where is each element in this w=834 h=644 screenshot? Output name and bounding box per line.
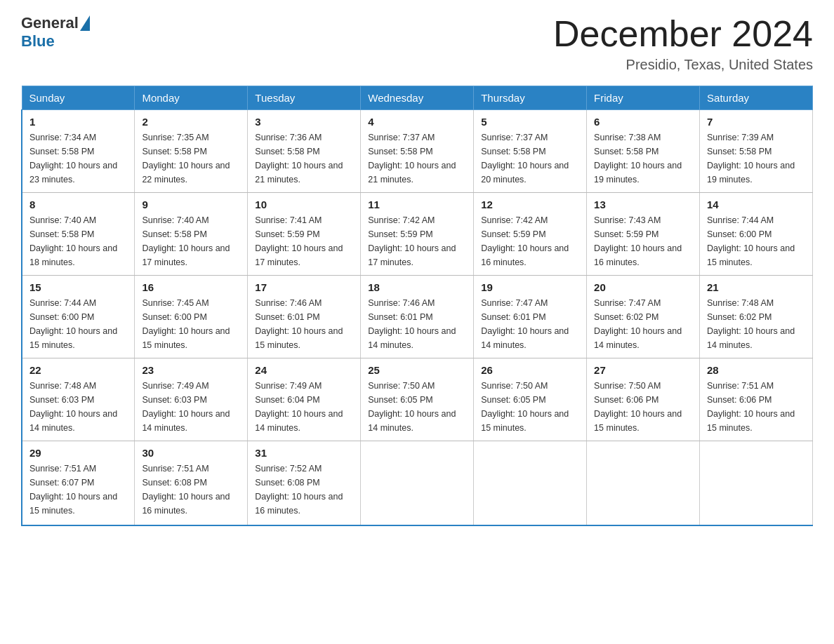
- day-number: 24: [255, 364, 353, 376]
- calendar-day-cell: 12 Sunrise: 7:42 AMSunset: 5:59 PMDaylig…: [474, 193, 587, 276]
- day-info: Sunrise: 7:40 AMSunset: 5:58 PMDaylight:…: [142, 215, 230, 267]
- day-number: 8: [29, 199, 127, 210]
- day-info: Sunrise: 7:42 AMSunset: 5:59 PMDaylight:…: [481, 215, 569, 267]
- logo-triangle-icon: [80, 15, 90, 31]
- day-number: 3: [255, 116, 353, 128]
- day-number: 26: [481, 364, 579, 376]
- day-info: Sunrise: 7:43 AMSunset: 5:59 PMDaylight:…: [594, 215, 682, 267]
- calendar-day-cell: 16 Sunrise: 7:45 AMSunset: 6:00 PMDaylig…: [135, 276, 248, 358]
- day-number: 16: [142, 281, 240, 293]
- day-number: 31: [255, 447, 353, 459]
- day-info: Sunrise: 7:46 AMSunset: 6:01 PMDaylight:…: [255, 298, 343, 350]
- page-header: General Blue December 2024 Presidio, Tex…: [21, 14, 813, 73]
- calendar-day-cell: 19 Sunrise: 7:47 AMSunset: 6:01 PMDaylig…: [474, 276, 587, 358]
- day-number: 29: [29, 447, 127, 459]
- day-number: 23: [142, 364, 240, 376]
- calendar-day-cell: 11 Sunrise: 7:42 AMSunset: 5:59 PMDaylig…: [361, 193, 474, 276]
- day-number: 28: [707, 364, 805, 376]
- day-info: Sunrise: 7:45 AMSunset: 6:00 PMDaylight:…: [142, 298, 230, 350]
- logo-text-general: General: [21, 14, 79, 32]
- calendar-day-cell: 27 Sunrise: 7:50 AMSunset: 6:06 PMDaylig…: [587, 358, 700, 441]
- location-text: Presidio, Texas, United States: [553, 57, 813, 73]
- weekday-header-monday: Monday: [135, 86, 248, 110]
- calendar-day-cell: 5 Sunrise: 7:37 AMSunset: 5:58 PMDayligh…: [474, 110, 587, 193]
- day-number: 6: [594, 116, 692, 128]
- day-info: Sunrise: 7:37 AMSunset: 5:58 PMDaylight:…: [368, 133, 456, 185]
- day-number: 12: [481, 199, 579, 210]
- calendar-day-cell: 13 Sunrise: 7:43 AMSunset: 5:59 PMDaylig…: [587, 193, 700, 276]
- weekday-header-wednesday: Wednesday: [361, 86, 474, 110]
- logo: General Blue: [21, 14, 91, 51]
- calendar-day-cell: [700, 441, 813, 525]
- calendar-day-cell: 6 Sunrise: 7:38 AMSunset: 5:58 PMDayligh…: [587, 110, 700, 193]
- day-info: Sunrise: 7:34 AMSunset: 5:58 PMDaylight:…: [29, 133, 117, 185]
- day-info: Sunrise: 7:44 AMSunset: 6:00 PMDaylight:…: [29, 298, 117, 350]
- day-number: 10: [255, 199, 353, 210]
- weekday-header-friday: Friday: [587, 86, 700, 110]
- calendar-day-cell: 9 Sunrise: 7:40 AMSunset: 5:58 PMDayligh…: [135, 193, 248, 276]
- calendar-day-cell: 20 Sunrise: 7:47 AMSunset: 6:02 PMDaylig…: [587, 276, 700, 358]
- weekday-header-saturday: Saturday: [700, 86, 813, 110]
- calendar-table: SundayMondayTuesdayWednesdayThursdayFrid…: [21, 86, 813, 526]
- logo-text-blue: Blue: [21, 32, 55, 51]
- calendar-day-cell: 10 Sunrise: 7:41 AMSunset: 5:59 PMDaylig…: [248, 193, 361, 276]
- day-number: 15: [29, 281, 127, 293]
- weekday-header-thursday: Thursday: [474, 86, 587, 110]
- weekday-header-tuesday: Tuesday: [248, 86, 361, 110]
- day-number: 5: [481, 116, 579, 128]
- day-info: Sunrise: 7:37 AMSunset: 5:58 PMDaylight:…: [481, 133, 569, 185]
- day-number: 18: [368, 281, 466, 293]
- day-info: Sunrise: 7:36 AMSunset: 5:58 PMDaylight:…: [255, 133, 343, 185]
- calendar-week-row: 1 Sunrise: 7:34 AMSunset: 5:58 PMDayligh…: [22, 110, 813, 193]
- day-info: Sunrise: 7:49 AMSunset: 6:03 PMDaylight:…: [142, 381, 230, 433]
- calendar-day-cell: 2 Sunrise: 7:35 AMSunset: 5:58 PMDayligh…: [135, 110, 248, 193]
- calendar-day-cell: 22 Sunrise: 7:48 AMSunset: 6:03 PMDaylig…: [22, 358, 135, 441]
- calendar-day-cell: 23 Sunrise: 7:49 AMSunset: 6:03 PMDaylig…: [135, 358, 248, 441]
- calendar-day-cell: 29 Sunrise: 7:51 AMSunset: 6:07 PMDaylig…: [22, 441, 135, 525]
- day-info: Sunrise: 7:50 AMSunset: 6:05 PMDaylight:…: [481, 381, 569, 433]
- day-info: Sunrise: 7:44 AMSunset: 6:00 PMDaylight:…: [707, 215, 795, 267]
- day-number: 1: [29, 116, 127, 128]
- calendar-day-cell: 1 Sunrise: 7:34 AMSunset: 5:58 PMDayligh…: [22, 110, 135, 193]
- day-number: 30: [142, 447, 240, 459]
- day-number: 21: [707, 281, 805, 293]
- day-number: 27: [594, 364, 692, 376]
- day-info: Sunrise: 7:50 AMSunset: 6:06 PMDaylight:…: [594, 381, 682, 433]
- calendar-day-cell: 15 Sunrise: 7:44 AMSunset: 6:00 PMDaylig…: [22, 276, 135, 358]
- day-info: Sunrise: 7:42 AMSunset: 5:59 PMDaylight:…: [368, 215, 456, 267]
- day-info: Sunrise: 7:41 AMSunset: 5:59 PMDaylight:…: [255, 215, 343, 267]
- calendar-week-row: 29 Sunrise: 7:51 AMSunset: 6:07 PMDaylig…: [22, 441, 813, 525]
- calendar-day-cell: 25 Sunrise: 7:50 AMSunset: 6:05 PMDaylig…: [361, 358, 474, 441]
- calendar-day-cell: 31 Sunrise: 7:52 AMSunset: 6:08 PMDaylig…: [248, 441, 361, 525]
- calendar-week-row: 15 Sunrise: 7:44 AMSunset: 6:00 PMDaylig…: [22, 276, 813, 358]
- calendar-day-cell: 24 Sunrise: 7:49 AMSunset: 6:04 PMDaylig…: [248, 358, 361, 441]
- day-number: 19: [481, 281, 579, 293]
- day-info: Sunrise: 7:49 AMSunset: 6:04 PMDaylight:…: [255, 381, 343, 433]
- day-info: Sunrise: 7:48 AMSunset: 6:03 PMDaylight:…: [29, 381, 117, 433]
- calendar-day-cell: 30 Sunrise: 7:51 AMSunset: 6:08 PMDaylig…: [135, 441, 248, 525]
- day-number: 2: [142, 116, 240, 128]
- day-number: 7: [707, 116, 805, 128]
- calendar-day-cell: 18 Sunrise: 7:46 AMSunset: 6:01 PMDaylig…: [361, 276, 474, 358]
- calendar-week-row: 8 Sunrise: 7:40 AMSunset: 5:58 PMDayligh…: [22, 193, 813, 276]
- day-number: 4: [368, 116, 466, 128]
- day-info: Sunrise: 7:50 AMSunset: 6:05 PMDaylight:…: [368, 381, 456, 433]
- day-number: 22: [29, 364, 127, 376]
- day-info: Sunrise: 7:40 AMSunset: 5:58 PMDaylight:…: [29, 215, 117, 267]
- day-info: Sunrise: 7:46 AMSunset: 6:01 PMDaylight:…: [368, 298, 456, 350]
- day-info: Sunrise: 7:51 AMSunset: 6:08 PMDaylight:…: [142, 464, 230, 516]
- day-info: Sunrise: 7:47 AMSunset: 6:01 PMDaylight:…: [481, 298, 569, 350]
- title-block: December 2024 Presidio, Texas, United St…: [553, 14, 813, 73]
- weekday-header-row: SundayMondayTuesdayWednesdayThursdayFrid…: [22, 86, 813, 110]
- month-title: December 2024: [553, 14, 813, 54]
- day-info: Sunrise: 7:47 AMSunset: 6:02 PMDaylight:…: [594, 298, 682, 350]
- calendar-day-cell: 7 Sunrise: 7:39 AMSunset: 5:58 PMDayligh…: [700, 110, 813, 193]
- day-info: Sunrise: 7:35 AMSunset: 5:58 PMDaylight:…: [142, 133, 230, 185]
- calendar-day-cell: 26 Sunrise: 7:50 AMSunset: 6:05 PMDaylig…: [474, 358, 587, 441]
- day-number: 25: [368, 364, 466, 376]
- calendar-day-cell: 21 Sunrise: 7:48 AMSunset: 6:02 PMDaylig…: [700, 276, 813, 358]
- day-number: 13: [594, 199, 692, 210]
- day-info: Sunrise: 7:39 AMSunset: 5:58 PMDaylight:…: [707, 133, 795, 185]
- weekday-header-sunday: Sunday: [22, 86, 135, 110]
- calendar-day-cell: [361, 441, 474, 525]
